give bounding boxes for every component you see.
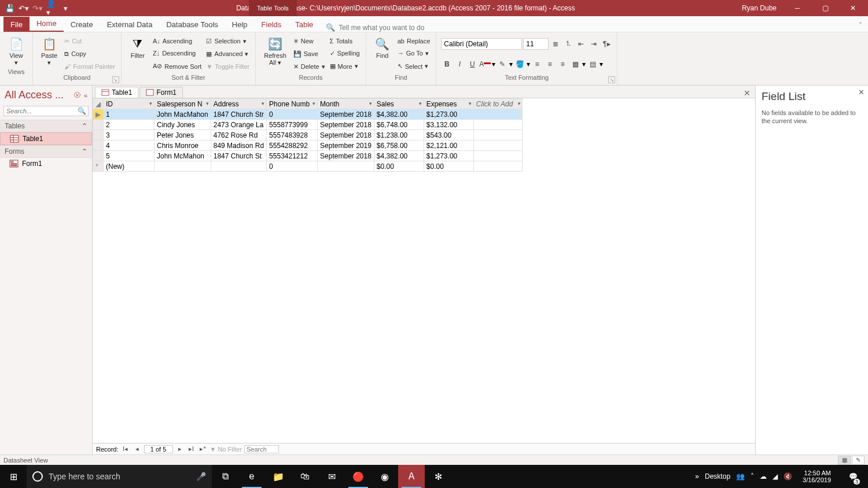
font-name-input[interactable] <box>441 38 522 50</box>
chevron-down-icon[interactable]: ▾ <box>149 101 152 106</box>
row-selector[interactable] <box>93 151 104 161</box>
nav-collapse-icon[interactable]: « <box>84 92 87 99</box>
bullets-icon[interactable]: ≣ <box>550 38 561 50</box>
col-address[interactable]: Address▾ <box>211 99 266 109</box>
close-pane-button[interactable]: ✕ <box>858 88 865 97</box>
cell-id[interactable]: 5 <box>104 151 155 161</box>
cell-add[interactable] <box>473 130 522 141</box>
table-row[interactable]: 2Cindy Jones2473 Orange La5558773999Sept… <box>93 120 523 130</box>
cell-id[interactable]: 2 <box>104 120 155 130</box>
format-painter-button[interactable]: 🖌Format Painter <box>63 62 116 71</box>
tab-external-data[interactable]: External Data <box>100 17 160 32</box>
record-search-input[interactable] <box>244 445 279 453</box>
chevron-down-icon[interactable]: ▾ <box>469 101 472 106</box>
cell-address[interactable]: 1847 Church Str <box>211 109 266 120</box>
view-button[interactable]: 📄 View▾ <box>5 35 28 67</box>
highlight-button[interactable]: ✎ <box>496 58 508 70</box>
cell-salesperson[interactable]: Peter Jones <box>155 130 211 141</box>
cell-salesperson[interactable]: Chris Monroe <box>155 141 211 151</box>
cell-sales[interactable]: $4,382.00 <box>374 109 424 120</box>
overflow-icon[interactable]: » <box>695 472 699 480</box>
chevron-down-icon[interactable]: ▾ <box>419 101 422 106</box>
cell-sales[interactable]: $0.00 <box>374 161 424 172</box>
datasheet[interactable]: ◢ ID▾ Salesperson N▾ Address▾ Phone Numb… <box>93 98 755 443</box>
increase-indent-icon[interactable]: ⇥ <box>588 38 599 50</box>
cell-sales[interactable]: $6,748.00 <box>374 120 424 130</box>
cell-phone[interactable]: 0 <box>267 161 318 172</box>
new-row[interactable]: *(New)0$0.00$0.00 <box>93 161 523 172</box>
nav-header[interactable]: All Access ... ⓥ « <box>0 86 92 105</box>
cell-address[interactable]: 4762 Rose Rd <box>211 130 266 141</box>
search-icon[interactable]: 🔍 <box>78 107 86 115</box>
remove-sort-button[interactable]: A⊘Remove Sort <box>152 61 203 71</box>
align-center-icon[interactable]: ≡ <box>544 58 556 70</box>
cell-month[interactable]: September 2018 <box>318 109 374 120</box>
desktop-label[interactable]: Desktop <box>705 472 730 480</box>
table-row[interactable]: ▶1John MacMahon1847 Church Str0September… <box>93 109 523 120</box>
onedrive-icon[interactable]: ☁ <box>760 472 767 480</box>
last-record-button[interactable]: ▸I <box>187 445 196 453</box>
italic-button[interactable]: I <box>454 58 465 70</box>
cell-address[interactable]: 2473 Orange La <box>211 120 266 130</box>
totals-button[interactable]: ΣTotals <box>329 36 361 46</box>
fill-color-button[interactable]: 🪣 <box>514 58 525 70</box>
nav-group-tables[interactable]: Tables⌃ <box>0 120 92 132</box>
row-selector[interactable] <box>93 130 104 141</box>
cell-sales[interactable]: $4,382.00 <box>374 151 424 161</box>
people-icon[interactable]: 👥 <box>736 472 745 480</box>
tab-file[interactable]: File <box>3 17 30 32</box>
col-phone[interactable]: Phone Numb▾ <box>267 99 318 109</box>
col-month[interactable]: Month▾ <box>318 99 374 109</box>
tab-table[interactable]: Table <box>288 17 320 32</box>
cell-phone[interactable]: 5557483928 <box>267 130 318 141</box>
nav-item-table1[interactable]: Table1 <box>0 132 92 145</box>
record-position-input[interactable] <box>144 445 173 453</box>
nav-item-form1[interactable]: Form1 <box>0 158 92 169</box>
close-doc-button[interactable]: ✕ <box>739 88 755 98</box>
sort-descending-button[interactable]: Z↓Descending <box>152 49 203 58</box>
next-record-button[interactable]: ▸ <box>175 445 185 453</box>
cell-phone[interactable]: 5558773999 <box>267 120 318 130</box>
start-button[interactable]: ⊞ <box>0 465 27 488</box>
gridlines-icon[interactable]: ▦ <box>569 58 581 70</box>
clock[interactable]: 12:50 AM 3/16/2019 <box>798 469 836 483</box>
cell-sales[interactable]: $6,758.00 <box>374 141 424 151</box>
cell-salesperson[interactable]: Cindy Jones <box>155 120 211 130</box>
select-button[interactable]: ↖Select ▾ <box>396 61 432 71</box>
cell-id[interactable]: (New) <box>104 161 155 172</box>
tab-create[interactable]: Create <box>64 17 100 32</box>
table-row[interactable]: 3Peter Jones4762 Rose Rd5557483928Septem… <box>93 130 523 141</box>
taskbar-explorer-icon[interactable]: 📁 <box>265 465 292 488</box>
toggle-filter-button[interactable]: ▼Toggle Filter <box>205 62 251 71</box>
redo-icon[interactable]: ↷▾ <box>32 3 43 13</box>
col-id[interactable]: ID▾ <box>104 99 155 109</box>
tab-home[interactable]: Home <box>30 16 64 32</box>
cell-address[interactable]: 849 Madison Rd <box>211 141 266 151</box>
cell-add[interactable] <box>473 161 522 172</box>
cell-salesperson[interactable]: John McMahon <box>155 151 211 161</box>
cell-month[interactable]: September 2018 <box>318 151 374 161</box>
taskbar-store-icon[interactable]: 🛍 <box>292 465 318 488</box>
delete-record-button[interactable]: ✕Delete ▾ <box>292 62 326 72</box>
ltr-icon[interactable]: ¶▸ <box>601 38 612 50</box>
col-salesperson[interactable]: Salesperson N▾ <box>155 99 211 109</box>
tray-up-icon[interactable]: ˄ <box>751 472 754 480</box>
decrease-indent-icon[interactable]: ⇤ <box>575 38 587 50</box>
taskbar-edge-icon[interactable]: e <box>238 465 265 488</box>
col-sales[interactable]: Sales▾ <box>374 99 424 109</box>
tab-fields[interactable]: Fields <box>255 17 289 32</box>
row-selector[interactable]: ▶ <box>93 109 104 120</box>
wifi-icon[interactable]: ◢ <box>773 472 778 480</box>
chevron-down-icon[interactable]: ▾ <box>369 101 372 106</box>
nav-group-forms[interactable]: Forms⌃ <box>0 145 92 158</box>
advanced-button[interactable]: ▦Advanced ▾ <box>205 49 251 59</box>
new-record-button[interactable]: ✳New <box>292 36 326 46</box>
volume-icon[interactable]: 🔇 <box>784 472 792 480</box>
cell-expenses[interactable]: $3,132.00 <box>424 120 473 130</box>
save-icon[interactable]: 💾 <box>5 3 15 13</box>
no-filter-indicator[interactable]: ▼No Filter <box>210 446 242 453</box>
cell-id[interactable]: 3 <box>104 130 155 141</box>
datasheet-view-button[interactable]: ▦ <box>838 456 851 465</box>
taskbar-access-icon[interactable]: A <box>398 465 425 488</box>
cell-phone[interactable]: 5554288292 <box>267 141 318 151</box>
